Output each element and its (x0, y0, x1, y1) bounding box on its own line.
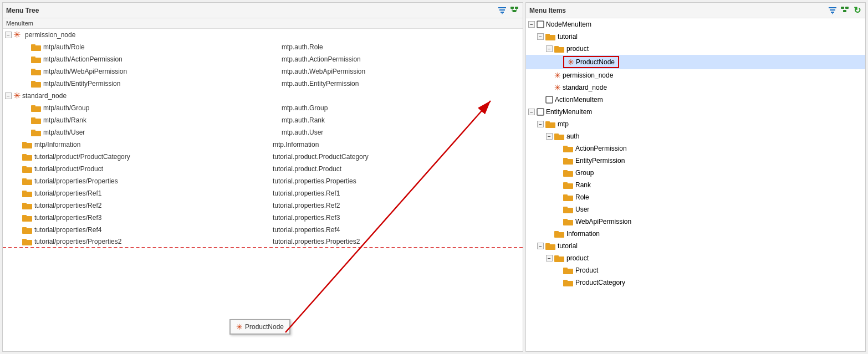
tree-item-label: mtp/auth/EntityPermission (43, 80, 282, 88)
drag-ghost-node-icon: ✳ (236, 322, 243, 331)
svg-rect-83 (563, 268, 568, 270)
svg-rect-57 (537, 109, 544, 115)
tree-row[interactable]: tutorial/properties/Ref1 tutorial.proper… (3, 187, 523, 199)
tree-row[interactable]: ProductCategory (526, 276, 865, 289)
svg-rect-51 (537, 21, 544, 28)
svg-rect-56 (546, 96, 553, 103)
svg-rect-2 (501, 12, 504, 13)
tree-row[interactable]: tutorial/properties/Properties2 tutorial… (3, 236, 523, 248)
tree-item-label: tutorial (558, 242, 578, 250)
tree-row[interactable]: ✳ standard_node (526, 81, 865, 94)
folder-icon (545, 242, 555, 250)
svg-rect-27 (22, 154, 27, 156)
tree-row[interactable]: WebApiPermission (526, 216, 865, 228)
expand-icon[interactable]: − (546, 255, 553, 261)
node-icon: ✳ (554, 83, 561, 92)
menu-items-content[interactable]: − NodeMenuItem − tutorial − product (526, 18, 865, 351)
tree-row[interactable]: − NodeMenuItem (526, 18, 865, 30)
folder-icon (22, 141, 32, 148)
tree-row[interactable]: tutorial/properties/Ref2 tutorial.proper… (3, 199, 523, 212)
tree-row[interactable]: − auth (526, 130, 865, 142)
tree-row[interactable]: − ✳ permission_node (3, 29, 523, 41)
tree-item-label: EntityMenuItem (546, 108, 592, 116)
svg-rect-71 (563, 194, 568, 197)
tree-row[interactable]: Group (526, 167, 865, 179)
svg-rect-81 (554, 255, 559, 258)
tree-item-label: Role (575, 193, 589, 201)
tree-row[interactable]: mtp/auth/Group mtp.auth.Group (3, 102, 523, 114)
tree-row[interactable]: ✳ permission_node (526, 69, 865, 81)
expand-icon[interactable]: − (537, 243, 544, 249)
tree-row[interactable]: mtp/auth/Rank mtp.auth.Rank (3, 114, 523, 126)
tree-row[interactable]: − mtp (526, 118, 865, 130)
expand-icon[interactable]: − (537, 121, 544, 127)
tree-row[interactable]: ActionPermission (526, 142, 865, 155)
tree-row[interactable]: − product (526, 43, 865, 55)
tree-row[interactable]: mtp/auth/Role mtp.auth.Role (3, 41, 523, 53)
expand-icon[interactable]: − (5, 32, 12, 38)
menu-tree-content[interactable]: − ✳ permission_node mtp/auth/Role mtp.au… (3, 29, 523, 351)
svg-rect-1 (499, 9, 505, 11)
tree-row[interactable]: mtp/auth/WebApiPermission mtp.auth.WebAp… (3, 65, 523, 78)
tree-row[interactable]: Product (526, 264, 865, 276)
refresh-icon-right[interactable]: ↻ (852, 6, 862, 16)
folder-icon (563, 145, 573, 152)
folder-icon (563, 279, 573, 286)
expand-icon[interactable]: − (528, 109, 535, 115)
tree-row[interactable]: − ✳ standard_node (3, 90, 523, 102)
tree-item-label: mtp/auth/ActionPermission (43, 55, 282, 63)
svg-rect-37 (22, 215, 27, 217)
folder-icon (31, 68, 41, 75)
tree-row[interactable]: tutorial/properties/Ref4 tutorial.proper… (3, 224, 523, 236)
sort-down-icon-right[interactable] (828, 6, 838, 16)
tree-item-label: Rank (575, 181, 591, 189)
tree-item-label: mtp/auth/Group (43, 104, 282, 112)
svg-rect-53 (545, 34, 550, 36)
svg-rect-49 (845, 7, 849, 9)
tree-row[interactable]: tutorial/properties/Ref3 tutorial.proper… (3, 212, 523, 224)
expand-icon[interactable]: − (528, 21, 535, 28)
tree-icon-right[interactable] (840, 6, 850, 16)
tree-row[interactable]: tutorial/product/ProductCategory tutoria… (3, 151, 523, 163)
tree-row[interactable]: − tutorial (526, 30, 865, 43)
folder-icon (545, 120, 555, 128)
tree-row[interactable]: mtp/auth/EntityPermission mtp.auth.Entit… (3, 78, 523, 90)
expand-icon[interactable]: − (5, 93, 12, 99)
product-node-icon: ✳ (568, 58, 574, 66)
col-menuitem-label: MenuItem (6, 20, 261, 27)
tree-icon[interactable] (509, 6, 519, 16)
expand-icon[interactable]: − (546, 133, 553, 140)
sort-down-icon[interactable] (497, 6, 507, 16)
menu-tree-toolbar (497, 6, 519, 16)
tree-row[interactable]: Information (526, 228, 865, 240)
tree-row[interactable]: Rank (526, 179, 865, 191)
svg-rect-33 (22, 191, 27, 193)
tree-row[interactable]: mtp/auth/ActionPermission mtp.auth.Actio… (3, 53, 523, 65)
tree-row[interactable]: mtp/Information mtp.Information (3, 138, 523, 151)
tree-item-label: EntityPermission (575, 157, 625, 165)
svg-rect-15 (31, 69, 35, 71)
tree-row[interactable]: EntityPermission (526, 155, 865, 167)
expand-icon[interactable]: − (537, 33, 544, 40)
tree-row[interactable]: tutorial/properties/Properties tutorial.… (3, 175, 523, 187)
tree-row[interactable]: mtp/auth/User mtp.auth.User (3, 126, 523, 138)
tree-row[interactable]: tutorial/product/Product tutorial.produc… (3, 163, 523, 175)
menu-items-panel: Menu Items (525, 2, 866, 352)
tree-item-second: mtp.auth.User (282, 129, 520, 136)
expand-icon[interactable]: − (546, 45, 553, 52)
drag-ghost-label: ProductNode (245, 323, 284, 331)
tree-item-label: tutorial/product/Product (34, 165, 273, 173)
tree-row[interactable]: − tutorial (526, 240, 865, 252)
tree-item-second: tutorial.properties.Ref1 (273, 189, 520, 197)
folder-icon (22, 226, 32, 234)
tree-row[interactable]: Role (526, 191, 865, 203)
svg-rect-4 (510, 7, 514, 9)
tree-row[interactable]: User (526, 203, 865, 216)
folder-icon (563, 193, 573, 201)
tree-row[interactable]: ActionMenuItem (526, 94, 865, 106)
drag-ghost[interactable]: ✳ ProductNode (229, 319, 290, 335)
tree-item-label: tutorial/properties/Ref3 (34, 214, 273, 222)
tree-row[interactable]: − EntityMenuItem (526, 106, 865, 118)
tree-row[interactable]: − product (526, 252, 865, 264)
product-node-row[interactable]: ✳ ProductNode (526, 55, 865, 69)
